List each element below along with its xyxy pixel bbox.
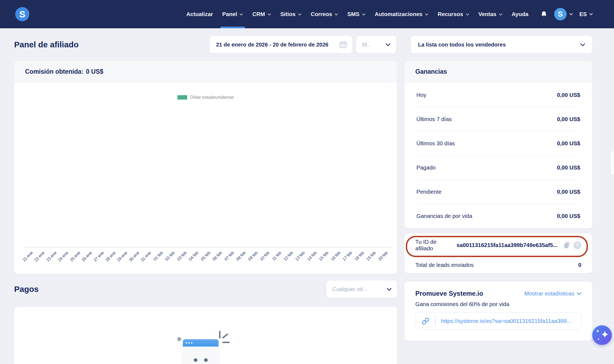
main-content: Comisión obtenida: 0 US$ Dólar estadouni… [0,61,614,364]
sparkle-icon: ✦ [600,329,609,340]
spark-line [222,333,228,339]
nav-item[interactable]: Ventas [474,0,507,28]
chevron-down-icon [589,13,593,16]
date-range-picker[interactable]: 21 de enero de 2026 - 20 de febrero de 2… [210,36,352,53]
help-icon[interactable]: ? [573,241,581,249]
nav-item-label: Ventas [478,11,496,17]
x-axis-labels: 21 ene 22 ene 23 ene 24 ene 25 ene 26 en… [24,247,391,274]
affiliate-id-value: sa0011316215fa11aa399b749e635af5... [456,242,558,248]
show-stats-link[interactable]: Mostrar estadísticas [524,290,581,297]
legend-swatch [177,95,187,100]
page-header: Panel de afiliado 21 de enero de 2026 - … [0,36,614,53]
metric-select[interactable]: M... [356,36,396,53]
earnings-row-value: 0,00 US$ [557,164,580,171]
right-column: Ganancias Hoy 0,00 US$ Últimos 7 días 0,… [404,61,592,341]
browser-window-graphic [183,339,219,364]
nav-item[interactable]: Correos [306,0,343,28]
nav-item[interactable]: Actualizar [182,0,218,28]
nav-item[interactable]: Recursos [433,0,474,28]
chevron-down-icon [499,13,502,16]
decorative-dot [177,337,181,341]
total-leads-value: 0 [578,262,581,268]
account-menu[interactable]: S [554,8,573,20]
chevron-down-icon [334,13,338,16]
commission-chart: Dólar estadounidense 21 ene 22 ene 23 en… [14,83,397,274]
tag-filter-select[interactable]: Cualquier eti... [326,280,397,298]
referral-url[interactable]: https://systeme.io/es?sa=sa0011316215fa1… [436,318,581,324]
systeme-logo[interactable]: S [15,7,29,21]
promote-card: Promueve Systeme.io Mostrar estadísticas… [404,282,592,341]
empty-state-illustration [174,330,237,364]
nav-item-label: Ayuda [512,11,529,17]
language-label: ES [579,11,587,17]
nav-item-label: Panel [222,11,237,17]
main-menu: Actualizar Panel CRM Sitios Correos [182,0,533,28]
browser-titlebar-graphic [183,339,219,347]
chevron-down-icon [268,13,271,16]
chart-legend: Dólar estadounidense [14,95,397,100]
commission-chart-card: Comisión obtenida: 0 US$ Dólar estadouni… [14,61,397,274]
earnings-row-label: Pendiente [416,189,557,195]
earnings-row-value: 0,00 US$ [557,213,580,219]
earnings-row: Hoy 0,00 US$ [416,83,580,107]
total-leads-label: Total de leads enviados [415,262,578,268]
spark-line [219,331,220,338]
earnings-row-value: 0,00 US$ [557,189,580,195]
earnings-row-value: 0,00 US$ [557,116,580,122]
payments-card [14,307,397,364]
nav-item[interactable]: SMS [343,0,370,28]
nav-item[interactable]: CRM [248,0,276,28]
commission-title: Comisión obtenida: [25,68,84,75]
nav-item-label: CRM [252,11,265,17]
chevron-down-icon [580,43,585,46]
earnings-card-header: Ganancias [404,61,592,83]
chevron-down-icon [386,43,391,46]
nav-item-label: Recursos [438,11,463,17]
earnings-row-value: 0,00 US$ [557,92,580,98]
nav-item-label: Actualizar [186,11,213,17]
total-leads-row: Total de leads enviados 0 [404,257,592,273]
chevron-down-icon [387,288,392,291]
earnings-row: Últimos 7 días 0,00 US$ [416,107,580,131]
nav-item-label: Correos [311,11,332,17]
bell-icon[interactable] [540,10,548,18]
referral-link-box: https://systeme.io/es?sa=sa0011316215fa1… [415,313,581,329]
nav-item[interactable]: Panel [218,0,248,28]
x-axis-label: 11 feb [271,250,282,261]
payments-header: Pagos Cualquier eti... [14,280,397,298]
chevron-down-icon [466,13,469,16]
copy-icon[interactable] [563,241,571,249]
nav-item[interactable]: Automatizaciones [370,0,433,28]
earnings-row-label: Últimos 30 días [416,140,557,147]
spark-line [222,342,230,343]
nav-right-cluster: S ES [540,8,593,20]
sparkle-icon: ✦ [596,329,600,334]
nav-item[interactable]: Sitios [276,0,306,28]
promote-subtitle: Gana comisiones del 60% de por vida [415,301,581,307]
vendor-select-value: La lista con todos los vendedores [418,42,506,48]
ai-assistant-button[interactable]: ✦ ✦ ✦ [592,325,612,345]
chevron-down-icon [577,292,581,295]
page-title: Panel de afiliado [14,40,79,49]
chevron-down-icon [569,13,573,16]
language-selector[interactable]: ES [579,11,593,17]
affiliate-id-card: Tu ID de afiliado sa0011316215fa11aa399b… [404,233,592,273]
earnings-row-value: 0,00 US$ [557,140,580,147]
tag-filter-value: Cualquier eti... [332,286,367,292]
link-icon [422,317,429,325]
chevron-down-icon [362,13,366,16]
nav-item-label: SMS [347,11,359,17]
edge-widget-tab[interactable] [610,151,614,175]
nav-item-label: Sitios [280,11,296,17]
affiliate-id-label: Tu ID de afiliado [415,239,453,252]
commission-card-header: Comisión obtenida: 0 US$ [14,61,397,83]
calendar-icon [339,41,347,49]
nav-item[interactable]: Ayuda [507,0,533,28]
vendor-select[interactable]: La lista con todos los vendedores [411,36,592,53]
payments-title: Pagos [14,285,39,294]
chevron-down-icon [240,13,243,16]
earnings-row: Pagado 0,00 US$ [416,155,580,180]
earnings-row: Pendiente 0,00 US$ [416,180,580,204]
earnings-row: Ganancias de por vida 0,00 US$ [416,204,580,228]
nav-item-label: Automatizaciones [375,11,422,17]
